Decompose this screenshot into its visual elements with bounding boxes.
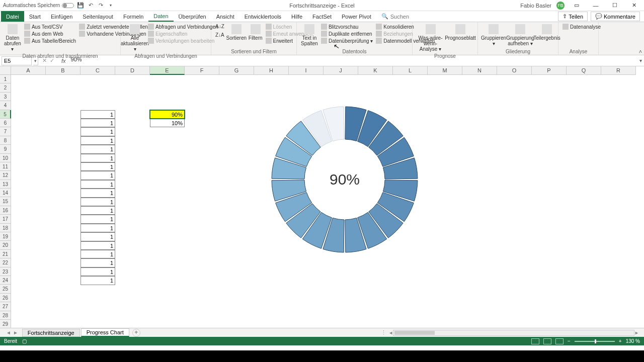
column-header[interactable]: N bbox=[462, 66, 497, 75]
ungroup-button[interactable]: Gruppierung aufheben ▾ bbox=[507, 23, 533, 47]
cell[interactable]: 1 bbox=[80, 110, 115, 119]
tab-file[interactable]: Datei bbox=[1, 11, 24, 22]
cell[interactable]: 1 bbox=[80, 171, 115, 179]
cell[interactable]: 10% bbox=[150, 119, 185, 127]
collapse-ribbon-icon[interactable]: ʌ bbox=[639, 48, 642, 54]
share-button[interactable]: ⇪Teilen bbox=[558, 12, 588, 21]
subtotal-button[interactable]: Teilergebnis bbox=[534, 23, 559, 42]
normal-view-icon[interactable] bbox=[531, 338, 539, 344]
page-layout-view-icon[interactable] bbox=[543, 338, 551, 344]
cell[interactable]: 1 bbox=[80, 276, 115, 285]
sheet-nav-next-icon[interactable]: ► bbox=[13, 330, 18, 335]
tab-formeln[interactable]: Formeln bbox=[118, 11, 148, 22]
row-header[interactable]: 25 bbox=[0, 285, 11, 293]
page-break-view-icon[interactable] bbox=[555, 338, 564, 344]
row-header[interactable]: 4 bbox=[0, 101, 11, 110]
cell[interactable]: 1 bbox=[80, 232, 115, 241]
cell[interactable]: 1 bbox=[80, 250, 115, 258]
row-header[interactable]: 13 bbox=[0, 180, 11, 189]
column-header[interactable]: M bbox=[428, 66, 462, 75]
flash-fill-button[interactable]: Blitzvorschau bbox=[320, 23, 374, 30]
from-text-csv-button[interactable]: Aus Text/CSV bbox=[23, 23, 77, 30]
maximize-icon[interactable]: ☐ bbox=[608, 1, 622, 10]
row-header[interactable]: 2 bbox=[0, 83, 11, 92]
macro-record-icon[interactable]: ▢ bbox=[22, 338, 27, 344]
row-header[interactable]: 3 bbox=[0, 93, 11, 101]
comments-button[interactable]: 💬Kommentare bbox=[591, 12, 640, 21]
column-header[interactable]: E bbox=[150, 66, 185, 75]
row-header[interactable]: 15 bbox=[0, 197, 11, 206]
cell[interactable]: 1 bbox=[80, 198, 115, 206]
cell[interactable]: 1 bbox=[80, 162, 115, 171]
whatif-button[interactable]: Was-wäre-wenn-Analyse ▾ bbox=[416, 23, 445, 53]
sheet-tab[interactable]: Fortschrittsanzeige bbox=[22, 329, 80, 337]
zoom-in-icon[interactable]: + bbox=[619, 338, 622, 344]
column-header[interactable]: G bbox=[219, 66, 254, 75]
tab-powerpivot[interactable]: Power Pivot bbox=[337, 11, 376, 22]
progress-donut-chart[interactable]: 90% bbox=[262, 97, 428, 262]
row-header[interactable]: 7 bbox=[0, 127, 11, 136]
row-header[interactable]: 24 bbox=[0, 276, 11, 285]
tab-einfuegen[interactable]: Einfügen bbox=[46, 11, 77, 22]
tab-factset[interactable]: FactSet bbox=[307, 11, 337, 22]
row-header[interactable]: 28 bbox=[0, 311, 11, 320]
autosave-toggle[interactable]: Automatisches Speichern bbox=[3, 3, 74, 8]
data-analysis-button[interactable]: Datenanalyse bbox=[561, 23, 602, 30]
expand-formula-bar-icon[interactable]: ▾ bbox=[637, 58, 644, 63]
row-header[interactable]: 20 bbox=[0, 241, 11, 249]
qat-customize-icon[interactable]: ▾ bbox=[107, 2, 114, 9]
tab-entwicklertools[interactable]: Entwicklertools bbox=[239, 11, 286, 22]
spreadsheet-grid[interactable]: ABCDEFGHIJKLMNOPQR 123456789101112131415… bbox=[0, 66, 644, 328]
sort-button[interactable]: Sortieren bbox=[226, 23, 247, 42]
column-header[interactable]: J bbox=[324, 66, 358, 75]
column-header[interactable]: D bbox=[115, 66, 150, 75]
from-web-button[interactable]: Aus dem Web bbox=[23, 30, 77, 37]
scroll-right-icon[interactable]: ► bbox=[634, 330, 639, 335]
row-header[interactable]: 10 bbox=[0, 154, 11, 162]
row-header[interactable]: 9 bbox=[0, 145, 11, 153]
cell[interactable]: 1 bbox=[80, 215, 115, 223]
cell-selected[interactable]: 90% bbox=[150, 110, 185, 119]
cell[interactable]: 1 bbox=[80, 180, 115, 189]
row-header[interactable]: 1 bbox=[0, 75, 11, 83]
row-header[interactable]: 22 bbox=[0, 258, 11, 267]
zoom-level[interactable]: 130 % bbox=[626, 338, 640, 344]
sort-za-button[interactable]: Z↓A bbox=[214, 32, 225, 38]
column-header[interactable]: P bbox=[532, 66, 567, 75]
column-header[interactable]: C bbox=[80, 66, 115, 75]
column-header[interactable]: H bbox=[254, 66, 289, 75]
horizontal-scrollbar[interactable] bbox=[393, 330, 634, 336]
filter-button[interactable]: Filtern bbox=[248, 23, 264, 42]
remove-duplicates-button[interactable]: Duplikate entfernen bbox=[320, 30, 374, 37]
zoom-out-icon[interactable]: − bbox=[568, 338, 571, 344]
tab-ansicht[interactable]: Ansicht bbox=[211, 11, 239, 22]
tab-hilfe[interactable]: Hilfe bbox=[286, 11, 307, 22]
tab-ueberpruefen[interactable]: Überprüfen bbox=[174, 11, 211, 22]
queries-connections-button[interactable]: Abfragen und Verbindungen bbox=[147, 23, 219, 30]
cell[interactable]: 1 bbox=[80, 127, 115, 136]
row-header[interactable]: 6 bbox=[0, 119, 11, 127]
cell[interactable]: 1 bbox=[80, 189, 115, 197]
from-table-button[interactable]: Aus Tabelle/Bereich bbox=[23, 37, 77, 44]
redo-icon[interactable]: ↷ bbox=[97, 2, 104, 9]
zoom-slider[interactable] bbox=[575, 341, 615, 342]
cell[interactable]: 1 bbox=[80, 206, 115, 215]
row-header[interactable]: 8 bbox=[0, 136, 11, 145]
row-header[interactable]: 17 bbox=[0, 215, 11, 223]
group-button[interactable]: Gruppieren ▾ bbox=[481, 23, 506, 47]
sheet-nav-prev-icon[interactable]: ◄ bbox=[6, 330, 11, 335]
row-header[interactable]: 18 bbox=[0, 224, 11, 232]
row-header[interactable]: 12 bbox=[0, 171, 11, 179]
sheet-tab-active[interactable]: Progress Chart bbox=[81, 328, 129, 337]
row-header[interactable]: 5 bbox=[0, 110, 11, 119]
select-all-corner[interactable] bbox=[0, 66, 11, 75]
cell[interactable]: 1 bbox=[80, 136, 115, 145]
add-sheet-button[interactable]: + bbox=[132, 329, 140, 337]
cell[interactable]: 1 bbox=[80, 267, 115, 276]
row-header[interactable]: 27 bbox=[0, 302, 11, 311]
text-to-columns-button[interactable]: Text in Spalten bbox=[300, 23, 319, 47]
column-header[interactable]: O bbox=[497, 66, 532, 75]
row-header[interactable]: 21 bbox=[0, 250, 11, 258]
ribbon-options-icon[interactable]: ▭ bbox=[570, 1, 584, 10]
close-icon[interactable]: ✕ bbox=[627, 1, 641, 10]
